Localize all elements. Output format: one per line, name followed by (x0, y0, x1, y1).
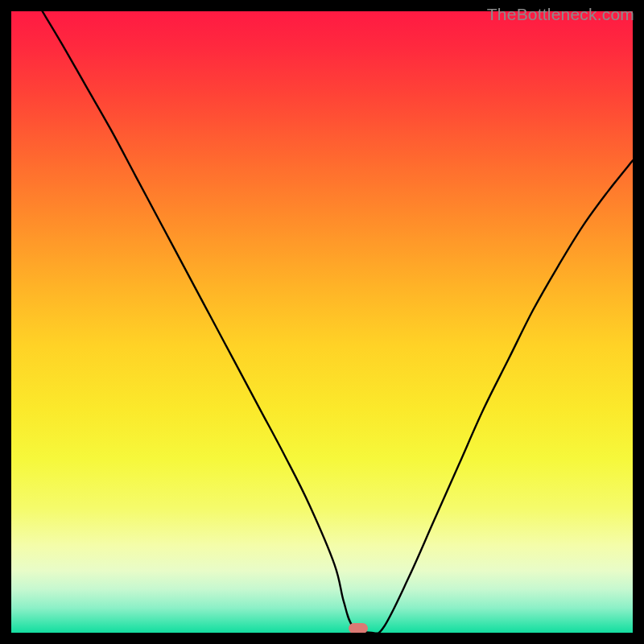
plot-area (11, 11, 633, 633)
minimum-marker-pill (349, 623, 368, 633)
bottleneck-curve (11, 11, 633, 633)
chart-container: TheBottleneck.com (0, 0, 644, 644)
watermark-text: TheBottleneck.com (487, 5, 634, 24)
